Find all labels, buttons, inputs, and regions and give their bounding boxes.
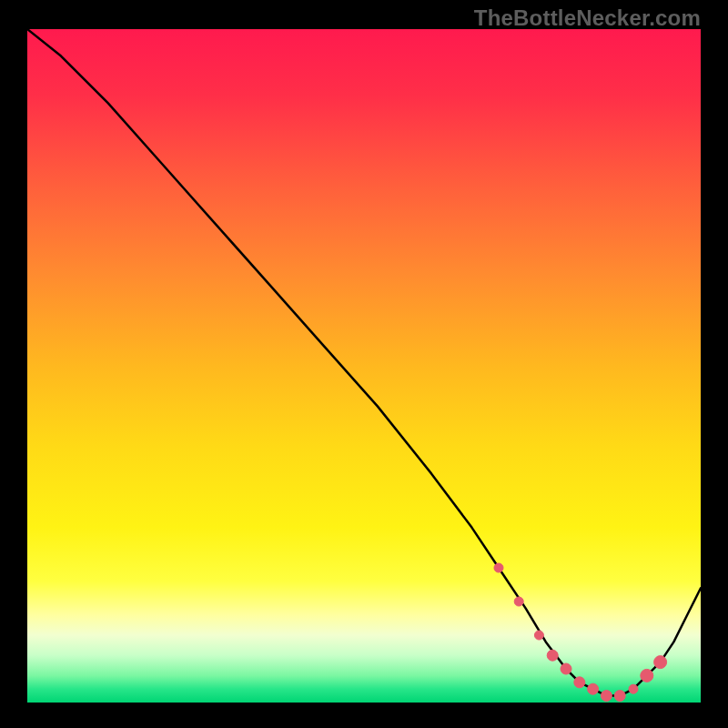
sweet-spot-marker [514,597,523,606]
sweet-spot-marker [534,631,543,640]
chart-curve [27,29,701,703]
sweet-spot-marker [654,656,667,669]
curve-path [27,29,701,696]
sweet-spot-marker [588,683,599,694]
sweet-spot-marker [494,563,503,572]
watermark-text: TheBottleNecker.com [474,5,701,31]
chart-plot-area [27,29,701,703]
sweet-spot-marker [641,669,653,682]
sweet-spot-marker [547,650,558,661]
sweet-spot-marker [601,691,612,702]
sweet-spot-marker [629,684,638,693]
sweet-spot-marker [614,691,625,702]
sweet-spot-marker [574,677,585,688]
sweet-spot-marker [561,663,571,674]
